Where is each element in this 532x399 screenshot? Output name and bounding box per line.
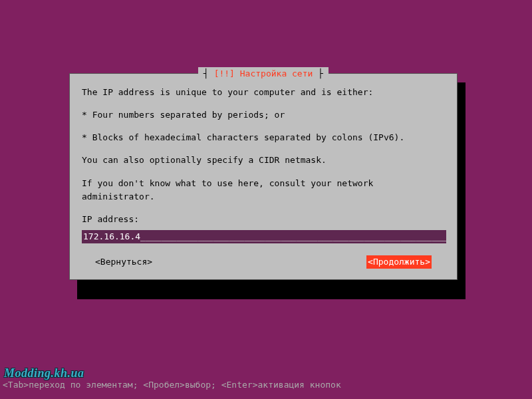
ip-address-input[interactable]: 172.16.16.4_____________________________… [82,230,446,243]
watermark: Modding.kh.ua [4,366,84,380]
keyboard-hints: <Tab>переход по элементам; <Пробел>выбор… [0,380,532,390]
bullet-ipv4: * Four numbers separated by periods; or [82,108,445,122]
continue-button[interactable]: <Продолжить> [366,255,432,269]
consult-text: If you don't know what to use here, cons… [82,177,445,203]
ip-address-label: IP address: [82,213,445,226]
back-button[interactable]: <Вернуться> [95,255,152,269]
cidr-text: You can also optionally specify a CIDR n… [82,154,445,167]
network-config-dialog: ┤ [!!] Настройка сети ├ The IP address i… [69,73,458,280]
intro-text: The IP address is unique to your compute… [82,86,445,99]
bullet-ipv6: * Blocks of hexadecimal characters separ… [82,131,445,144]
dialog-title-frame: ┤ [!!] Настройка сети ├ [198,67,329,80]
dialog-title: [!!] Настройка сети [214,68,313,78]
